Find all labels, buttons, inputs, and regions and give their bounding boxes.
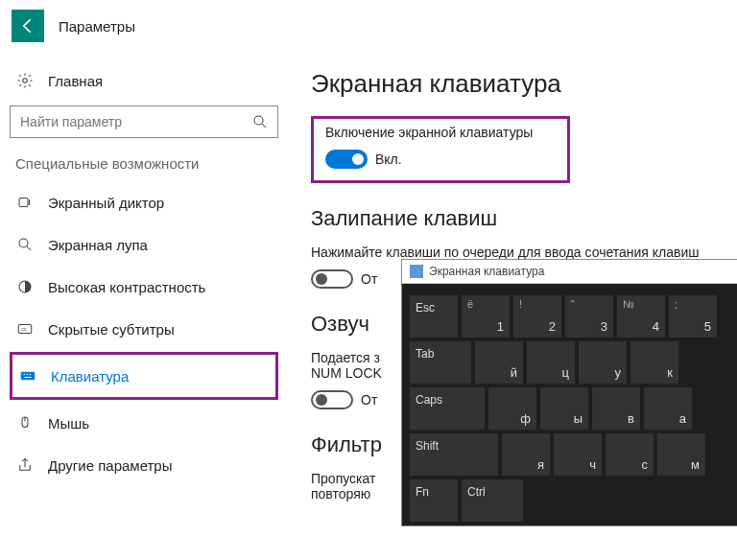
on-screen-keyboard-window[interactable]: Экранная клавиатура Escё1!2"3№4;5Tabйцук… [401,259,737,526]
nav-closed-captions[interactable]: cc Скрытые субтитры [10,308,278,350]
osk-key-ы[interactable]: ы [540,387,588,430]
nav-label: Другие параметры [48,457,173,474]
svg-text:cc: cc [21,326,27,332]
osk-key-ц[interactable]: ц [527,341,575,384]
svg-line-2 [262,124,266,128]
osk-key-label: к [667,365,673,380]
osk-toggle-row: Вкл. [325,150,556,169]
sound-toggle-label: От [361,392,377,408]
sound-toggle[interactable] [311,390,353,409]
osk-key-2[interactable]: !2 [513,295,561,338]
sticky-toggle[interactable] [311,269,353,289]
osk-keys: Escё1!2"3№4;5TabйцукCapsфываShiftячсмFnC… [402,284,737,522]
osk-key-label: 1 [497,319,504,334]
svg-point-1 [254,116,263,125]
osk-key-label: с [642,457,649,472]
osk-key-в[interactable]: в [592,387,640,430]
osk-row: Capsфыва [410,387,730,430]
osk-key-label: м [691,457,700,472]
osk-setting-highlight: Включение экранной клавиатуры Вкл. [311,116,570,183]
osk-key-м[interactable]: м [657,433,705,476]
osk-key-ctrl[interactable]: Ctrl [462,479,523,522]
narrator-icon [15,193,35,212]
back-button[interactable] [12,10,44,42]
search-field[interactable] [18,113,250,130]
osk-key-shift[interactable]: Shift [410,433,498,476]
svg-point-4 [19,239,28,247]
nav-label: Клавиатура [51,368,129,385]
osk-title-bar[interactable]: Экранная клавиатура [402,260,737,284]
page-title: Экранная клавиатура [311,69,737,99]
osk-key-ф[interactable]: ф [488,387,536,430]
osk-key-я[interactable]: я [502,433,550,476]
osk-key-3[interactable]: "3 [565,295,613,338]
osk-key-sup: ! [519,298,522,310]
osk-setting-desc: Включение экранной клавиатуры [325,125,556,140]
osk-key-label: ы [574,411,582,426]
nav-label: Высокая контрастность [48,279,205,295]
sticky-keys-desc: Нажимайте клавиши по очереди для ввода с… [311,245,714,260]
mouse-icon [15,413,35,432]
osk-key-label: у [615,365,622,380]
osk-key-й[interactable]: й [475,341,523,384]
osk-key-label: а [679,411,686,426]
osk-key-label: Fn [416,485,429,499]
osk-key-label: в [628,411,634,426]
osk-toggle-label: Вкл. [375,152,402,167]
osk-row: FnCtrl [410,479,730,522]
osk-key-label: 5 [704,319,711,334]
nav-high-contrast[interactable]: Высокая контрастность [10,266,278,308]
svg-point-0 [23,79,28,83]
nav-label: Скрытые субтитры [48,321,175,338]
osk-key-sup: " [571,298,575,310]
sidebar-section-header: Специальные возможности [10,155,278,172]
sticky-keys-heading: Залипание клавиш [311,206,737,231]
osk-key-label: 4 [653,319,659,334]
osk-row: Escё1!2"3№4;5 [410,295,730,338]
osk-key-label: Ctrl [467,485,486,499]
svg-rect-3 [19,198,28,207]
osk-key-fn[interactable]: Fn [410,479,458,522]
osk-key-к[interactable]: к [630,341,678,384]
osk-key-label: Caps [416,393,442,407]
osk-key-sup: № [623,298,634,310]
sticky-toggle-label: От [361,271,377,287]
osk-key-caps[interactable]: Caps [410,387,485,430]
export-icon [15,455,35,475]
osk-key-esc[interactable]: Esc [410,295,458,338]
sidebar-home[interactable]: Главная [10,61,278,100]
nav-mouse[interactable]: Мышь [10,402,278,444]
osk-key-с[interactable]: с [606,433,654,476]
nav-label: Экранный диктор [48,195,164,211]
osk-key-label: Esc [416,301,435,315]
gear-icon [15,71,35,90]
osk-toggle[interactable] [325,150,368,169]
osk-key-label: й [511,365,517,380]
osk-key-у[interactable]: у [579,341,627,384]
nav-magnifier[interactable]: Экранная лупа [10,223,278,266]
osk-row: Shiftячсм [410,433,730,476]
osk-key-ч[interactable]: ч [554,433,602,476]
osk-key-label: 2 [549,319,556,334]
osk-title-text: Экранная клавиатура [429,265,544,278]
osk-key-а[interactable]: а [644,387,692,430]
nav-keyboard[interactable]: Клавиатура [12,355,275,397]
osk-key-sup: ё [467,298,473,310]
search-input[interactable] [10,105,278,138]
osk-key-4[interactable]: №4 [617,295,665,338]
nav-label: Экранная лупа [48,237,148,253]
sidebar-home-label: Главная [48,73,103,89]
sidebar: Главная Специальные возможности Экранный… [0,52,288,511]
nav-narrator[interactable]: Экранный диктор [10,181,278,223]
osk-key-tab[interactable]: Tab [410,341,471,384]
contrast-icon [15,277,35,296]
svg-line-5 [27,246,31,250]
nav-label: Мышь [48,415,89,432]
osk-key-5[interactable]: ;5 [669,295,717,338]
osk-key-label: Tab [416,347,434,361]
osk-key-label: ц [562,365,569,380]
osk-key-label: ф [520,411,531,426]
search-icon [250,112,270,131]
nav-other-options[interactable]: Другие параметры [10,444,278,486]
osk-key-1[interactable]: ё1 [462,295,510,338]
